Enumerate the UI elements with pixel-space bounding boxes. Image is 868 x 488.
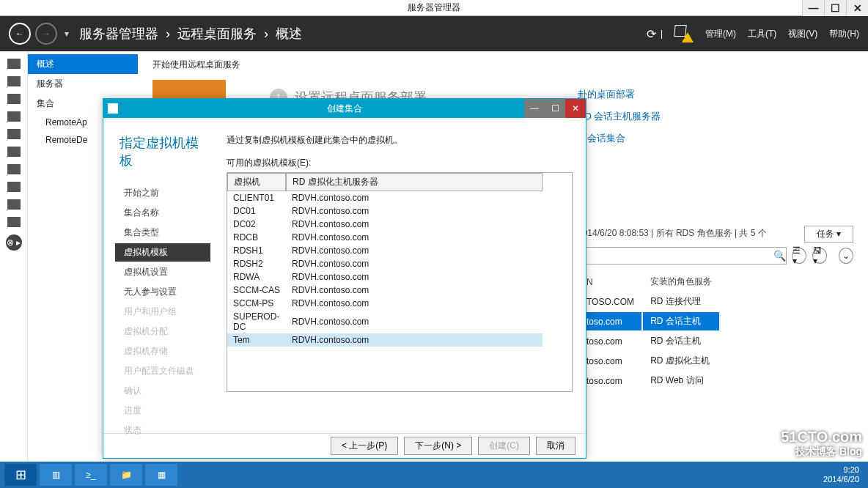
link-create-collection[interactable]: 建会话集合 xyxy=(578,132,661,145)
dialog-titlebar[interactable]: 创建集合 — ☐ ✕ xyxy=(103,99,586,118)
step-name[interactable]: 集合名称 xyxy=(119,204,210,222)
prev-button[interactable]: < 上一步(P) xyxy=(331,437,398,455)
rail-icon[interactable] xyxy=(7,217,21,227)
refresh-icon[interactable]: ⟳ xyxy=(647,27,656,41)
dialog-maximize-button[interactable]: ☐ xyxy=(545,99,565,118)
sidebar-item-overview[interactable]: 概述 xyxy=(28,54,138,74)
menu-tools[interactable]: 工具(T) xyxy=(748,28,776,40)
taskbar-powershell[interactable]: ≥_ xyxy=(75,464,107,486)
menu-manage[interactable]: 管理(M) xyxy=(705,28,736,40)
rail-icon[interactable] xyxy=(7,129,21,139)
vm-template-table[interactable]: 虚拟机 RD 虚拟化主机服务器 CLIENT01RDVH.contoso.com… xyxy=(227,172,573,392)
dialog-icon xyxy=(108,103,118,114)
vm-row: RDCBRDVH.contoso.com xyxy=(227,231,542,244)
vm-row: DC01RDVH.contoso.com xyxy=(227,204,542,218)
sidebar-item-servers[interactable]: 服务器 xyxy=(28,74,138,94)
link-desktop-deploy[interactable]: 卦的桌面部署 xyxy=(578,88,661,101)
step-profiledisks: 用户配置文件磁盘 xyxy=(119,362,210,380)
window-title: 服务器管理器 xyxy=(408,1,460,14)
save-filter-button[interactable]: 🖫 ▾ xyxy=(812,248,827,264)
taskbar-app[interactable]: ▦ xyxy=(145,464,177,486)
table-row: TOSO.COMRD 连接代理 xyxy=(579,292,719,311)
vm-row: RDWARDVH.contoso.com xyxy=(227,270,542,284)
rail-icon[interactable] xyxy=(7,199,21,210)
vm-list-label: 可用的虚拟机模板(E): xyxy=(227,157,573,169)
col-role[interactable]: 安装的角色服务 xyxy=(643,273,719,291)
vm-row: SCCM-PSRDVH.contoso.com xyxy=(227,297,542,310)
server-info-text: 2014/6/20 8:08:53 | 所有 RDS 角色服务 | 共 5 个 xyxy=(578,227,767,240)
table-row: toso.comRD 虚拟化主机 xyxy=(579,352,719,370)
step-template[interactable]: 虚拟机模板 xyxy=(115,243,210,262)
link-list: 卦的桌面部署 RD 会话主机服务器 建会话集合 xyxy=(578,88,661,145)
breadcrumb-3[interactable]: 概述 xyxy=(276,25,302,42)
table-row: toso.comRD Web 访问 xyxy=(579,371,719,390)
step-vmstorage: 虚拟机存储 xyxy=(119,342,210,361)
maximize-button[interactable]: ☐ xyxy=(824,0,846,16)
nav-forward-button: → xyxy=(35,23,57,45)
cancel-button[interactable]: 取消 xyxy=(536,437,575,455)
dialog-minimize-button[interactable]: — xyxy=(524,99,545,118)
step-before[interactable]: 开始之前 xyxy=(119,184,210,202)
filter-options-button[interactable]: ☰ ▾ xyxy=(792,248,806,264)
nav-back-button[interactable]: ← xyxy=(9,23,31,45)
taskbar-server-manager[interactable]: ▥ xyxy=(40,464,72,486)
vm-row: DC02RDVH.contoso.com xyxy=(227,218,542,231)
table-row: toso.comRD 会话主机 xyxy=(579,332,719,350)
step-usergroups: 用户和用户组 xyxy=(119,303,210,321)
next-button[interactable]: 下一步(N) > xyxy=(404,437,472,455)
vm-row: RDSH2RDVH.contoso.com xyxy=(227,257,542,270)
menu-help[interactable]: 帮助(H) xyxy=(829,28,859,40)
wizard-main: 通过复制虚拟机模板创建此集合中的虚拟机。 可用的虚拟机模板(E): 虚拟机 RD… xyxy=(221,118,586,433)
icon-rail: ⊗ ▸ xyxy=(0,51,28,462)
vm-row: SCCM-CASRDVH.contoso.com xyxy=(227,284,542,297)
watermark: 51CTO.com 技术博客 Blog xyxy=(781,429,862,459)
breadcrumb-2[interactable]: 远程桌面服务 xyxy=(177,25,257,42)
tasks-dropdown[interactable]: 任务 ▾ xyxy=(804,226,853,243)
window-titlebar: 服务器管理器 — ☐ ✕ xyxy=(0,0,868,16)
rail-icon[interactable] xyxy=(7,76,21,86)
table-row: toso.comRD 会话主机 xyxy=(579,312,719,330)
wizard-steps: 指定虚拟机模板 开始之前 集合名称 集合类型 虚拟机模板 虚拟机设置 无人参与设… xyxy=(103,118,221,433)
create-button: 创建(C) xyxy=(478,437,530,455)
vm-row: CLIENT01RDVH.contoso.com xyxy=(227,191,542,204)
close-button[interactable]: ✕ xyxy=(846,0,868,16)
menu-view[interactable]: 视图(V) xyxy=(788,28,817,40)
system-clock[interactable]: 9:202014/6/20 xyxy=(823,465,859,484)
dialog-close-button[interactable]: ✕ xyxy=(565,99,586,118)
step-type[interactable]: 集合类型 xyxy=(119,223,210,242)
create-collection-dialog: 创建集合 — ☐ ✕ 指定虚拟机模板 开始之前 集合名称 集合类型 虚拟机模板 … xyxy=(103,98,586,459)
header-bar: ← → ▾ 服务器管理器› 远程桌面服务› 概述 ⟳ | 管理(M) 工具(T)… xyxy=(0,16,868,51)
step-unattend[interactable]: 无人参与设置 xyxy=(119,283,210,301)
rail-icon[interactable] xyxy=(7,111,21,122)
link-rd-session-host[interactable]: RD 会话主机服务器 xyxy=(578,110,661,123)
roles-table: N 安装的角色服务 TOSO.COMRD 连接代理 toso.comRD 会话主… xyxy=(578,271,721,391)
taskbar[interactable]: ⊞ ▥ ≥_ 📁 ▦ 9:202014/6/20 xyxy=(0,462,868,488)
col-fqdn[interactable]: N xyxy=(579,273,641,291)
breadcrumb-1[interactable]: 服务器管理器 xyxy=(79,25,158,42)
vm-row: SUPEROD-DCRDVH.contoso.com xyxy=(227,310,542,333)
step-status: 状态 xyxy=(119,421,210,440)
step-vmsettings[interactable]: 虚拟机设置 xyxy=(119,263,210,281)
warning-icon xyxy=(682,32,694,42)
start-button[interactable]: ⊞ xyxy=(4,464,37,486)
step-vmassign: 虚拟机分配 xyxy=(119,322,210,341)
minimize-button[interactable]: — xyxy=(802,0,824,16)
dialog-title: 创建集合 xyxy=(327,103,362,115)
taskbar-explorer[interactable]: 📁 xyxy=(110,464,142,486)
rail-icon[interactable] xyxy=(7,59,21,69)
step-confirm: 确认 xyxy=(119,382,210,400)
rail-icon[interactable] xyxy=(7,147,21,157)
col-vm[interactable]: 虚拟机 xyxy=(227,173,286,191)
rail-rds-icon[interactable]: ⊗ ▸ xyxy=(6,234,22,251)
col-host[interactable]: RD 虚拟化主机服务器 xyxy=(286,173,542,191)
filter-input[interactable] xyxy=(578,247,787,265)
rail-icon[interactable] xyxy=(7,164,21,174)
chevron-down-icon[interactable]: ▾ xyxy=(65,29,69,39)
rail-icon[interactable] xyxy=(7,94,21,104)
vm-row: TemRDVH.contoso.com xyxy=(227,333,542,347)
search-icon[interactable]: 🔍 xyxy=(773,250,786,262)
expand-button[interactable]: ⌄ xyxy=(839,248,853,264)
wizard-heading: 指定虚拟机模板 xyxy=(119,134,210,169)
rail-icon[interactable] xyxy=(7,182,21,192)
breadcrumb: 服务器管理器› 远程桌面服务› 概述 xyxy=(79,25,302,42)
